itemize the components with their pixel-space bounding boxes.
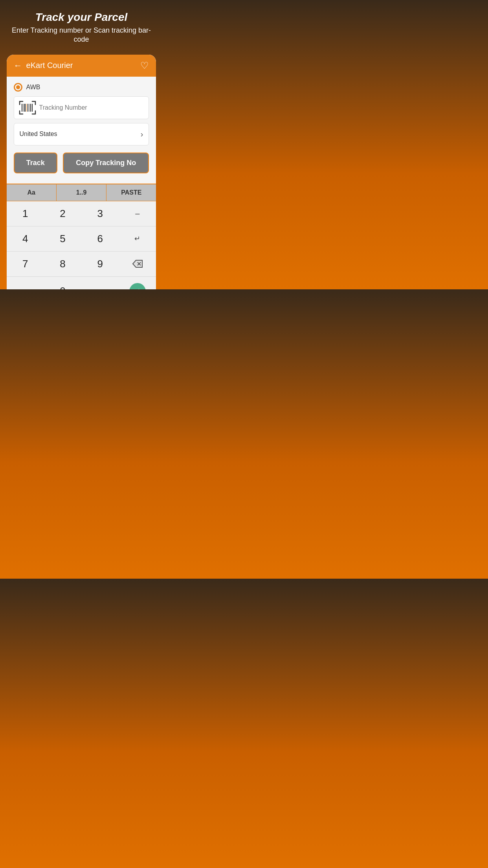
country-label: United States <box>20 131 57 138</box>
tracking-input[interactable] <box>39 104 144 111</box>
svg-rect-2 <box>24 104 26 112</box>
key-3[interactable]: 3 <box>81 201 119 226</box>
barcode-icon <box>19 101 36 115</box>
key-6[interactable]: 6 <box>81 226 119 252</box>
key-done[interactable]: ✓ <box>119 277 156 289</box>
awb-label: AWB <box>26 84 40 91</box>
keyboard-top-row: Aa 1..9 PASTE <box>7 184 156 201</box>
svg-rect-6 <box>30 104 31 112</box>
key-empty <box>81 277 119 289</box>
key-dash[interactable]: – <box>119 201 156 226</box>
key-7[interactable]: 7 <box>7 252 44 277</box>
key-8[interactable]: 8 <box>44 252 81 277</box>
main-card: ← eKart Courier ♡ AWB <box>7 55 156 289</box>
country-row[interactable]: United States › <box>14 123 149 145</box>
svg-rect-1 <box>23 104 24 112</box>
key-5[interactable]: 5 <box>44 226 81 252</box>
done-check-icon: ✓ <box>129 283 146 289</box>
radio-inner <box>16 85 20 89</box>
app-bar-title: eKart Courier <box>26 61 73 70</box>
back-button[interactable]: ← <box>14 61 22 71</box>
tracking-input-row[interactable] <box>14 96 149 119</box>
keyboard-alpha-btn[interactable]: Aa <box>7 184 57 201</box>
header-section: Track your Parcel Enter Tracking number … <box>0 0 163 51</box>
action-buttons-row: Track Copy Tracking No <box>14 153 149 173</box>
favorite-icon[interactable]: ♡ <box>140 60 149 71</box>
keyboard: Aa 1..9 PASTE 1 2 3 – 4 5 6 ↵ 7 8 9 , <box>7 184 156 289</box>
key-0[interactable]: 0 <box>44 277 81 289</box>
chevron-right-icon: › <box>141 130 143 139</box>
keyboard-numeric-btn[interactable]: 1..9 <box>57 184 106 201</box>
track-button[interactable]: Track <box>14 153 58 173</box>
key-backspace[interactable] <box>119 252 156 277</box>
svg-rect-4 <box>28 104 28 112</box>
app-bar-left: ← eKart Courier <box>14 61 73 71</box>
awb-radio[interactable] <box>14 83 22 92</box>
page-subtitle: Enter Tracking number or Scan tracking b… <box>8 26 155 44</box>
svg-rect-5 <box>29 104 29 112</box>
app-bar: ← eKart Courier ♡ <box>7 55 156 77</box>
key-comma[interactable]: , <box>7 277 44 289</box>
key-2[interactable]: 2 <box>44 201 81 226</box>
svg-rect-7 <box>32 104 33 112</box>
keyboard-grid: 1 2 3 – 4 5 6 ↵ 7 8 9 , 0 ✓ <box>7 201 156 289</box>
key-4[interactable]: 4 <box>7 226 44 252</box>
form-area: AWB United Stat <box>7 77 156 184</box>
awb-row: AWB <box>14 83 149 92</box>
key-9[interactable]: 9 <box>81 252 119 277</box>
key-1[interactable]: 1 <box>7 201 44 226</box>
keyboard-paste-btn[interactable]: PASTE <box>106 184 156 201</box>
svg-rect-3 <box>26 104 27 112</box>
copy-tracking-button[interactable]: Copy Tracking No <box>63 153 149 173</box>
key-return[interactable]: ↵ <box>119 226 156 252</box>
page-title: Track your Parcel <box>8 11 155 24</box>
svg-rect-0 <box>22 104 22 112</box>
